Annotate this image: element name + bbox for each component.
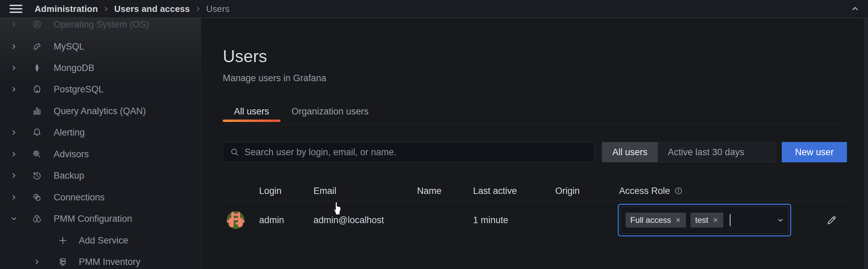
chevron-right-icon xyxy=(103,6,109,12)
sidebar-item-label: MongoDB xyxy=(54,63,94,73)
chevron-right-icon[interactable] xyxy=(10,129,18,136)
search-input[interactable]: Search user by login, email, or name. xyxy=(223,142,595,162)
sidebar-item-add-service[interactable]: Add Service xyxy=(0,231,201,250)
user-filter-group: All users Active last 30 days xyxy=(602,142,776,162)
chevron-up-icon[interactable] xyxy=(850,3,861,14)
cell-email[interactable]: admin@localhost xyxy=(307,215,411,226)
nav-sidebar: Operating System (OS) MySQL MongoDB Post… xyxy=(0,18,201,269)
remove-tag-icon[interactable] xyxy=(675,217,681,223)
sidebar-item-query-analytics[interactable]: Query Analytics (QAN) xyxy=(0,102,201,121)
toolbar: Search user by login, email, or name. Al… xyxy=(201,142,864,162)
sidebar-item-backup[interactable]: Backup xyxy=(0,166,201,185)
cell-access-role: Full access test xyxy=(613,204,815,236)
new-user-button[interactable]: New user xyxy=(782,142,847,162)
inventory-icon xyxy=(58,257,68,267)
header-login: Login xyxy=(253,186,307,196)
sidebar-item-pmm-inventory[interactable]: PMM Inventory xyxy=(0,252,201,269)
role-tag-full-access: Full access xyxy=(626,213,686,228)
mysql-icon xyxy=(32,41,42,52)
page-title: Users xyxy=(223,47,267,66)
postgresql-icon xyxy=(32,84,42,94)
tab-organization-users[interactable]: Organization users xyxy=(281,102,380,121)
sidebar-item-label: Alerting xyxy=(54,127,85,138)
cell-login[interactable]: admin xyxy=(253,215,307,226)
header-access-role: Access Role xyxy=(613,186,815,196)
chevron-right-icon[interactable] xyxy=(10,194,18,201)
cell-last-active: 1 minute xyxy=(467,215,549,226)
sidebar-item-label: MySQL xyxy=(54,41,84,52)
access-role-picker[interactable]: Full access test xyxy=(618,204,791,236)
header-name: Name xyxy=(411,186,467,196)
tab-label: Organization users xyxy=(292,106,369,117)
chevron-right-icon[interactable] xyxy=(10,150,18,158)
text-caret xyxy=(730,214,730,226)
search-icon xyxy=(230,147,239,157)
tab-all-users[interactable]: All users xyxy=(223,102,281,121)
chevron-right-icon[interactable] xyxy=(10,43,18,50)
access-role-picker-input[interactable]: Full access test xyxy=(620,207,789,234)
chevron-right-icon[interactable] xyxy=(10,172,18,179)
users-table: Login Email Name Last active Origin Acce… xyxy=(221,181,847,239)
pmm-configuration-icon xyxy=(32,214,42,224)
avatar-cell xyxy=(221,211,253,229)
filter-label: All users xyxy=(612,147,648,158)
chevron-right-icon[interactable] xyxy=(10,64,18,72)
connections-icon xyxy=(32,192,42,202)
chevron-right-icon[interactable] xyxy=(33,258,41,266)
sidebar-item-label: PMM Configuration xyxy=(54,214,132,224)
sidebar-item-connections[interactable]: Connections xyxy=(0,188,201,207)
menu-toggle-icon[interactable] xyxy=(10,5,22,13)
sidebar-item-label: Add Service xyxy=(79,235,128,246)
main-content: Users Manage users in Grafana All users … xyxy=(201,18,864,269)
header-last-active: Last active xyxy=(467,186,549,196)
filter-all-users[interactable]: All users xyxy=(602,142,658,162)
top-bar: Administration Users and access Users xyxy=(0,0,868,18)
chevron-down-icon[interactable] xyxy=(776,216,785,225)
filter-active-last-30-days[interactable]: Active last 30 days xyxy=(658,142,755,162)
role-tag-label: test xyxy=(695,215,708,225)
os-icon xyxy=(32,19,42,30)
scrollbar-gutter[interactable] xyxy=(864,18,868,269)
sidebar-item-label: Query Analytics (QAN) xyxy=(54,106,146,116)
chevron-right-icon[interactable] xyxy=(10,86,18,93)
sidebar-item-label: Backup xyxy=(54,171,84,181)
page-subtitle: Manage users in Grafana xyxy=(223,73,326,84)
role-tag-test: test xyxy=(690,213,723,228)
sidebar-item-mongodb[interactable]: MongoDB xyxy=(0,58,201,77)
sidebar-item-label: Connections xyxy=(54,192,105,203)
sidebar-item-label: Advisors xyxy=(54,149,89,160)
edit-user-button[interactable] xyxy=(815,214,847,226)
remove-tag-icon[interactable] xyxy=(712,217,719,223)
search-placeholder: Search user by login, email, or name. xyxy=(245,147,396,158)
sidebar-item-mysql[interactable]: MySQL xyxy=(0,37,201,56)
sidebar-item-alerting[interactable]: Alerting xyxy=(0,123,201,142)
tab-label: All users xyxy=(234,106,269,117)
breadcrumb-users-and-access[interactable]: Users and access xyxy=(114,4,190,14)
qan-icon xyxy=(32,106,42,116)
table-row: admin admin@localhost 1 minute Full acce… xyxy=(221,201,847,239)
sidebar-item-postgresql[interactable]: PostgreSQL xyxy=(0,80,201,99)
info-icon[interactable] xyxy=(674,186,683,195)
breadcrumb: Administration Users and access Users xyxy=(35,4,230,14)
role-tag-label: Full access xyxy=(630,215,671,225)
sidebar-item-pmm-configuration[interactable]: PMM Configuration xyxy=(0,209,201,228)
table-header-row: Login Email Name Last active Origin Acce… xyxy=(221,181,847,201)
chevron-right-icon[interactable] xyxy=(10,21,18,28)
chevron-right-icon xyxy=(195,6,201,12)
alerting-icon xyxy=(32,127,42,138)
header-origin: Origin xyxy=(549,186,613,196)
header-email: Email xyxy=(307,186,411,196)
backup-icon xyxy=(32,171,42,181)
pencil-icon xyxy=(826,214,837,226)
advisors-icon xyxy=(32,149,42,159)
tab-bar-divider xyxy=(223,124,847,125)
breadcrumb-administration[interactable]: Administration xyxy=(35,4,98,14)
breadcrumb-users: Users xyxy=(206,4,230,14)
sidebar-item-advisors[interactable]: Advisors xyxy=(0,145,201,164)
sidebar-item-label: PostgreSQL xyxy=(54,84,104,95)
mongodb-icon xyxy=(32,63,42,73)
avatar[interactable] xyxy=(227,211,253,229)
chevron-down-icon[interactable] xyxy=(10,215,18,222)
tab-bar: All users Organization users xyxy=(223,102,380,121)
plus-icon xyxy=(58,235,68,246)
